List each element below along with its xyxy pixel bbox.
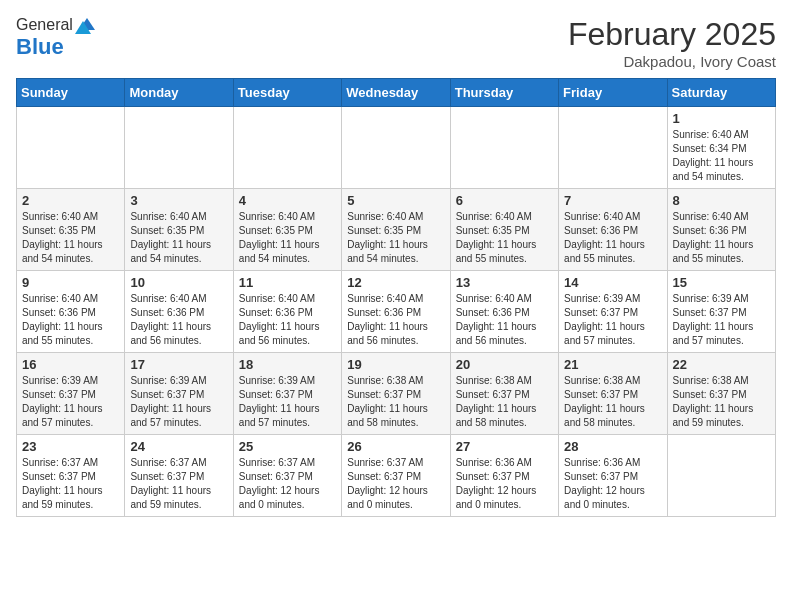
day-number: 3	[130, 193, 227, 208]
calendar-cell: 20Sunrise: 6:38 AM Sunset: 6:37 PM Dayli…	[450, 353, 558, 435]
day-info: Sunrise: 6:39 AM Sunset: 6:37 PM Dayligh…	[673, 292, 770, 348]
day-info: Sunrise: 6:40 AM Sunset: 6:36 PM Dayligh…	[22, 292, 119, 348]
calendar-cell: 19Sunrise: 6:38 AM Sunset: 6:37 PM Dayli…	[342, 353, 450, 435]
calendar-cell: 8Sunrise: 6:40 AM Sunset: 6:36 PM Daylig…	[667, 189, 775, 271]
day-number: 23	[22, 439, 119, 454]
page-header: General Blue February 2025 Dakpadou, Ivo…	[16, 16, 776, 70]
day-number: 1	[673, 111, 770, 126]
day-number: 16	[22, 357, 119, 372]
calendar-cell: 28Sunrise: 6:36 AM Sunset: 6:37 PM Dayli…	[559, 435, 667, 517]
calendar-cell: 25Sunrise: 6:37 AM Sunset: 6:37 PM Dayli…	[233, 435, 341, 517]
calendar-cell: 22Sunrise: 6:38 AM Sunset: 6:37 PM Dayli…	[667, 353, 775, 435]
day-number: 27	[456, 439, 553, 454]
day-info: Sunrise: 6:39 AM Sunset: 6:37 PM Dayligh…	[22, 374, 119, 430]
day-number: 25	[239, 439, 336, 454]
day-number: 7	[564, 193, 661, 208]
calendar-cell: 7Sunrise: 6:40 AM Sunset: 6:36 PM Daylig…	[559, 189, 667, 271]
weekday-header-friday: Friday	[559, 79, 667, 107]
calendar-cell: 23Sunrise: 6:37 AM Sunset: 6:37 PM Dayli…	[17, 435, 125, 517]
calendar-week-row: 23Sunrise: 6:37 AM Sunset: 6:37 PM Dayli…	[17, 435, 776, 517]
day-number: 13	[456, 275, 553, 290]
day-number: 4	[239, 193, 336, 208]
day-number: 22	[673, 357, 770, 372]
calendar-cell	[17, 107, 125, 189]
weekday-header-sunday: Sunday	[17, 79, 125, 107]
calendar-cell: 26Sunrise: 6:37 AM Sunset: 6:37 PM Dayli…	[342, 435, 450, 517]
title-block: February 2025 Dakpadou, Ivory Coast	[568, 16, 776, 70]
day-info: Sunrise: 6:39 AM Sunset: 6:37 PM Dayligh…	[239, 374, 336, 430]
calendar-cell: 27Sunrise: 6:36 AM Sunset: 6:37 PM Dayli…	[450, 435, 558, 517]
day-info: Sunrise: 6:38 AM Sunset: 6:37 PM Dayligh…	[564, 374, 661, 430]
calendar-cell: 16Sunrise: 6:39 AM Sunset: 6:37 PM Dayli…	[17, 353, 125, 435]
day-number: 11	[239, 275, 336, 290]
day-number: 24	[130, 439, 227, 454]
day-info: Sunrise: 6:37 AM Sunset: 6:37 PM Dayligh…	[347, 456, 444, 512]
calendar-cell: 2Sunrise: 6:40 AM Sunset: 6:35 PM Daylig…	[17, 189, 125, 271]
calendar-cell: 11Sunrise: 6:40 AM Sunset: 6:36 PM Dayli…	[233, 271, 341, 353]
calendar-cell: 9Sunrise: 6:40 AM Sunset: 6:36 PM Daylig…	[17, 271, 125, 353]
calendar-cell: 21Sunrise: 6:38 AM Sunset: 6:37 PM Dayli…	[559, 353, 667, 435]
calendar-cell	[233, 107, 341, 189]
day-number: 6	[456, 193, 553, 208]
weekday-header-thursday: Thursday	[450, 79, 558, 107]
day-number: 21	[564, 357, 661, 372]
day-info: Sunrise: 6:40 AM Sunset: 6:35 PM Dayligh…	[239, 210, 336, 266]
calendar-cell: 4Sunrise: 6:40 AM Sunset: 6:35 PM Daylig…	[233, 189, 341, 271]
day-info: Sunrise: 6:39 AM Sunset: 6:37 PM Dayligh…	[564, 292, 661, 348]
calendar-week-row: 2Sunrise: 6:40 AM Sunset: 6:35 PM Daylig…	[17, 189, 776, 271]
weekday-header-wednesday: Wednesday	[342, 79, 450, 107]
day-info: Sunrise: 6:36 AM Sunset: 6:37 PM Dayligh…	[456, 456, 553, 512]
logo-blue-text: Blue	[16, 34, 64, 59]
logo: General Blue	[16, 16, 97, 60]
day-info: Sunrise: 6:38 AM Sunset: 6:37 PM Dayligh…	[456, 374, 553, 430]
day-number: 15	[673, 275, 770, 290]
day-info: Sunrise: 6:37 AM Sunset: 6:37 PM Dayligh…	[22, 456, 119, 512]
calendar-cell	[667, 435, 775, 517]
day-info: Sunrise: 6:40 AM Sunset: 6:34 PM Dayligh…	[673, 128, 770, 184]
calendar-cell: 12Sunrise: 6:40 AM Sunset: 6:36 PM Dayli…	[342, 271, 450, 353]
calendar-cell	[450, 107, 558, 189]
weekday-header-monday: Monday	[125, 79, 233, 107]
weekday-header-saturday: Saturday	[667, 79, 775, 107]
calendar-cell: 24Sunrise: 6:37 AM Sunset: 6:37 PM Dayli…	[125, 435, 233, 517]
month-title: February 2025	[568, 16, 776, 53]
weekday-header-tuesday: Tuesday	[233, 79, 341, 107]
day-info: Sunrise: 6:40 AM Sunset: 6:36 PM Dayligh…	[673, 210, 770, 266]
day-number: 8	[673, 193, 770, 208]
calendar-week-row: 9Sunrise: 6:40 AM Sunset: 6:36 PM Daylig…	[17, 271, 776, 353]
day-number: 20	[456, 357, 553, 372]
calendar-cell: 13Sunrise: 6:40 AM Sunset: 6:36 PM Dayli…	[450, 271, 558, 353]
calendar-cell: 10Sunrise: 6:40 AM Sunset: 6:36 PM Dayli…	[125, 271, 233, 353]
calendar-cell	[559, 107, 667, 189]
calendar-cell: 18Sunrise: 6:39 AM Sunset: 6:37 PM Dayli…	[233, 353, 341, 435]
day-number: 10	[130, 275, 227, 290]
calendar-cell	[342, 107, 450, 189]
day-number: 18	[239, 357, 336, 372]
day-number: 19	[347, 357, 444, 372]
calendar-cell: 14Sunrise: 6:39 AM Sunset: 6:37 PM Dayli…	[559, 271, 667, 353]
calendar-week-row: 16Sunrise: 6:39 AM Sunset: 6:37 PM Dayli…	[17, 353, 776, 435]
calendar-table: SundayMondayTuesdayWednesdayThursdayFrid…	[16, 78, 776, 517]
day-info: Sunrise: 6:40 AM Sunset: 6:36 PM Dayligh…	[239, 292, 336, 348]
day-number: 26	[347, 439, 444, 454]
logo-icon	[75, 16, 97, 34]
day-info: Sunrise: 6:40 AM Sunset: 6:35 PM Dayligh…	[130, 210, 227, 266]
calendar-cell: 15Sunrise: 6:39 AM Sunset: 6:37 PM Dayli…	[667, 271, 775, 353]
calendar-week-row: 1Sunrise: 6:40 AM Sunset: 6:34 PM Daylig…	[17, 107, 776, 189]
calendar-cell: 3Sunrise: 6:40 AM Sunset: 6:35 PM Daylig…	[125, 189, 233, 271]
day-number: 12	[347, 275, 444, 290]
day-info: Sunrise: 6:40 AM Sunset: 6:36 PM Dayligh…	[456, 292, 553, 348]
calendar-cell: 1Sunrise: 6:40 AM Sunset: 6:34 PM Daylig…	[667, 107, 775, 189]
day-info: Sunrise: 6:37 AM Sunset: 6:37 PM Dayligh…	[239, 456, 336, 512]
day-number: 17	[130, 357, 227, 372]
day-info: Sunrise: 6:38 AM Sunset: 6:37 PM Dayligh…	[347, 374, 444, 430]
logo-general-text: General	[16, 16, 73, 34]
day-info: Sunrise: 6:39 AM Sunset: 6:37 PM Dayligh…	[130, 374, 227, 430]
day-info: Sunrise: 6:40 AM Sunset: 6:36 PM Dayligh…	[564, 210, 661, 266]
calendar-cell: 6Sunrise: 6:40 AM Sunset: 6:35 PM Daylig…	[450, 189, 558, 271]
day-number: 9	[22, 275, 119, 290]
day-info: Sunrise: 6:38 AM Sunset: 6:37 PM Dayligh…	[673, 374, 770, 430]
day-info: Sunrise: 6:40 AM Sunset: 6:35 PM Dayligh…	[22, 210, 119, 266]
day-number: 2	[22, 193, 119, 208]
calendar-cell: 5Sunrise: 6:40 AM Sunset: 6:35 PM Daylig…	[342, 189, 450, 271]
